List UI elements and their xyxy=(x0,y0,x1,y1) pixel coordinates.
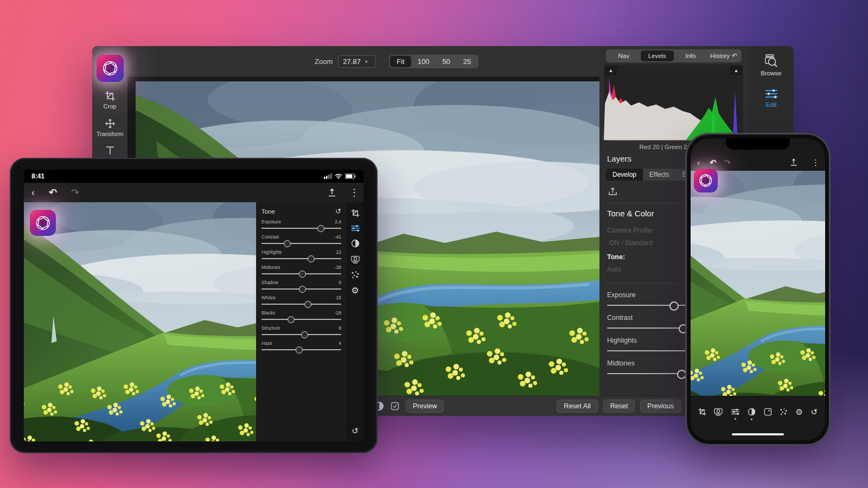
slider-label: Haze xyxy=(261,341,272,346)
share-icon[interactable] xyxy=(328,188,336,197)
develop-adjust-icon[interactable] xyxy=(350,224,360,232)
slider-knob[interactable] xyxy=(284,240,291,247)
tab-nav[interactable]: Nav xyxy=(607,50,641,61)
slider-track[interactable] xyxy=(261,255,341,262)
tab-develop[interactable]: Develop xyxy=(606,169,643,181)
tool-crop[interactable] xyxy=(698,408,706,416)
tone-value[interactable]: Auto xyxy=(607,266,621,273)
slider-knob[interactable] xyxy=(299,271,306,278)
edit-label: Edit xyxy=(766,101,777,108)
battery-icon xyxy=(345,174,356,179)
clock: 8:41 xyxy=(31,172,44,180)
tool-develop[interactable] xyxy=(731,408,740,415)
slider-label: Structure xyxy=(261,325,280,331)
tool-reset[interactable]: ↺ xyxy=(810,408,818,416)
reset-all-button[interactable]: Reset All xyxy=(557,400,597,413)
crop-icon[interactable] xyxy=(351,209,360,217)
slider-track[interactable] xyxy=(261,331,341,338)
zoom-preset-25[interactable]: 25 xyxy=(457,56,477,67)
slider-track[interactable] xyxy=(261,271,341,277)
tablet-screen: 8:41 ‹ ↶ ↷ ⋮ Tone xyxy=(24,170,363,441)
show-edits-checkbox-icon[interactable] xyxy=(391,402,399,410)
slider-label: Highlights xyxy=(607,337,637,344)
kebab-menu-icon[interactable]: ⋮ xyxy=(812,158,820,166)
tab-levels[interactable]: Levels xyxy=(641,50,674,61)
slider-row-blacks: Blacks-29 xyxy=(261,310,341,323)
tone-contrast-icon[interactable] xyxy=(351,239,360,248)
slider-row-exposure: Exposure2.4 xyxy=(261,219,341,232)
slider-knob[interactable] xyxy=(317,225,324,232)
tab-info[interactable]: Info xyxy=(674,50,707,61)
slider-knob[interactable] xyxy=(308,255,315,262)
slider-row-whites: Whites15 xyxy=(261,295,341,307)
slider-track[interactable] xyxy=(261,301,341,307)
slider-value: 4 xyxy=(339,341,341,346)
zoom-level-dropdown[interactable]: 27.87 ▾ xyxy=(338,55,376,68)
back-icon[interactable]: ‹ xyxy=(697,158,700,166)
tone-label: Tone: xyxy=(607,253,625,261)
browse-mode-button[interactable]: Browse xyxy=(749,54,794,76)
gear-icon: ⚙ xyxy=(796,408,803,416)
back-icon[interactable]: ‹ xyxy=(31,188,35,197)
zoom-label: Zoom xyxy=(315,57,333,66)
zoom-value: 27.87 xyxy=(343,57,361,66)
photo-canvas[interactable] xyxy=(24,202,258,441)
slider-knob[interactable] xyxy=(296,346,303,354)
undo-icon[interactable]: ↶ xyxy=(49,188,57,197)
slider-track[interactable] xyxy=(261,346,341,353)
zoom-preset-fit[interactable]: Fit xyxy=(390,56,411,67)
undo-icon[interactable]: ↶ xyxy=(710,158,717,166)
slider-label: Exposure xyxy=(607,291,636,299)
noise-icon xyxy=(780,408,788,416)
slider-value: 2.4 xyxy=(335,219,341,224)
tool-camera-raw[interactable] xyxy=(714,407,723,416)
tool-overlay[interactable] xyxy=(764,408,772,416)
phone-header: ‹ ↶ ↷ ⋮ xyxy=(691,138,825,171)
tool-crop[interactable]: Crop xyxy=(92,91,127,110)
tablet-status-bar: 8:41 xyxy=(24,170,363,183)
photo-canvas[interactable] xyxy=(691,171,825,396)
share-icon[interactable] xyxy=(790,158,797,166)
kebab-menu-icon[interactable]: ⋮ xyxy=(349,188,359,197)
text-tool-icon xyxy=(105,146,116,156)
redo-icon[interactable]: ↷ xyxy=(724,158,731,166)
slider-track[interactable] xyxy=(261,316,341,323)
phone-nav-bar: ‹ ↶ ↷ ⋮ xyxy=(691,155,825,170)
preview-button[interactable]: Preview xyxy=(406,400,444,413)
slider-row-haze: Haze4 xyxy=(261,341,341,353)
tool-noise[interactable] xyxy=(780,408,788,416)
tab-effects[interactable]: Effects xyxy=(643,169,675,181)
gear-icon[interactable]: ⚙ xyxy=(351,286,359,295)
tool-settings[interactable]: ⚙ xyxy=(796,408,803,416)
reset-icon: ↺ xyxy=(810,408,818,416)
slider-knob[interactable] xyxy=(299,286,306,293)
camera-raw-icon[interactable] xyxy=(351,255,360,264)
noise-icon[interactable] xyxy=(351,271,360,279)
camera-profile-label: Camera Profile xyxy=(607,227,652,234)
previous-button[interactable]: Previous xyxy=(640,400,681,413)
slider-row-shadow: Shadow0 xyxy=(261,280,341,292)
home-indicator[interactable] xyxy=(732,433,784,436)
tool-label: Transform xyxy=(97,131,124,137)
reset-button[interactable]: Reset xyxy=(603,400,635,413)
tab-history[interactable]: History↶ xyxy=(707,50,741,61)
edit-mode-button[interactable]: Edit xyxy=(749,88,794,108)
export-preset-icon[interactable] xyxy=(608,187,617,196)
develop-adjust-icon xyxy=(731,408,740,415)
layers-title: Layers xyxy=(607,154,631,163)
slider-track[interactable] xyxy=(261,286,341,292)
slider-track[interactable] xyxy=(261,225,341,232)
reset-panel-icon[interactable]: ↺ xyxy=(335,208,341,215)
slider-knob[interactable] xyxy=(288,316,295,323)
zoom-preset-50[interactable]: 50 xyxy=(436,56,456,67)
slider-track[interactable] xyxy=(261,240,341,247)
slider-knob[interactable] xyxy=(301,331,308,338)
zoom-preset-100[interactable]: 100 xyxy=(411,56,436,67)
redo-icon[interactable]: ↷ xyxy=(71,188,79,197)
slider-knob[interactable] xyxy=(669,301,679,311)
tool-tone[interactable] xyxy=(748,408,756,416)
tool-transform[interactable]: Transform xyxy=(92,118,127,137)
reset-icon[interactable]: ↺ xyxy=(347,427,363,435)
slider-knob[interactable] xyxy=(304,301,311,308)
camera-profile-value[interactable]: ON / Standard xyxy=(609,239,653,247)
